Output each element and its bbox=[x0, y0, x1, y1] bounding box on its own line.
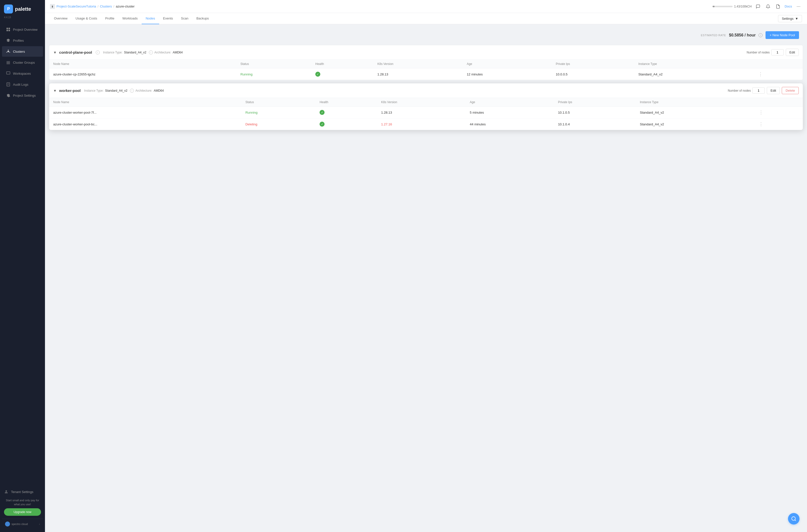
more-actions-icon[interactable]: ⋮ bbox=[759, 122, 764, 127]
svg-line-23 bbox=[795, 520, 796, 521]
estimated-rate-bar: ESTIMATED RATE $0.5856 / hour i + New No… bbox=[49, 28, 803, 42]
estimated-rate-value: $0.5856 / hour bbox=[729, 33, 756, 37]
node-status: Deleting bbox=[241, 118, 316, 130]
topbar: ▮ Project-ScaleSecureTutoria / Clusters … bbox=[45, 0, 807, 13]
sidebar-item-clusters[interactable]: Clusters bbox=[2, 46, 43, 57]
col-age: Age bbox=[463, 60, 552, 69]
svg-line-9 bbox=[9, 52, 10, 52]
worker-pool-delete-button[interactable]: Delete bbox=[782, 87, 799, 94]
node-count-input[interactable] bbox=[771, 49, 784, 55]
docs-link[interactable]: Docs bbox=[785, 4, 792, 8]
node-health: ✓ bbox=[316, 118, 377, 130]
more-options-icon[interactable] bbox=[795, 3, 802, 10]
tab-usage-costs[interactable]: Usage & Costs bbox=[72, 13, 101, 24]
docs-icon[interactable] bbox=[774, 3, 782, 10]
control-plane-edit-button[interactable]: Edit bbox=[786, 49, 799, 56]
breadcrumb-project-icon: ▮ bbox=[50, 4, 55, 9]
pool-instance-type: Instance Type: Standard_A4_v2 i Architec… bbox=[103, 51, 183, 54]
node-name: azure-cluster-cp-22655-tgchz bbox=[49, 69, 236, 80]
node-k8s-version: 1.27.16 bbox=[377, 118, 466, 130]
pool-info-icon[interactable]: i bbox=[96, 51, 100, 54]
breadcrumb-clusters[interactable]: Clusters bbox=[100, 4, 112, 8]
breadcrumb: ▮ Project-ScaleSecureTutoria / Clusters … bbox=[50, 4, 135, 9]
node-private-ips: 10.0.0.5 bbox=[552, 69, 635, 80]
worker-pool-header: ▼ worker-pool Instance Type: Standard_A4… bbox=[49, 83, 803, 98]
grid-icon bbox=[6, 27, 11, 32]
tenant-settings-label: Tenant Settings bbox=[11, 490, 34, 494]
col-actions bbox=[755, 98, 803, 107]
control-plane-pool-card: ▼ control-plane-pool i Instance Type: St… bbox=[49, 45, 803, 80]
settings-button[interactable]: Settings ▼ bbox=[778, 15, 802, 22]
tab-nodes[interactable]: Nodes bbox=[142, 13, 159, 24]
node-private-ips: 10.1.0.5 bbox=[554, 107, 636, 118]
sidebar-item-project-overview[interactable]: Project Overview bbox=[2, 24, 43, 35]
resource-bar-fill bbox=[713, 6, 715, 7]
col-status: Status bbox=[241, 98, 316, 107]
svg-point-22 bbox=[792, 517, 795, 520]
tab-workloads[interactable]: Workloads bbox=[118, 13, 142, 24]
col-status: Status bbox=[236, 60, 311, 69]
health-ok-icon: ✓ bbox=[320, 110, 324, 115]
tab-overview[interactable]: Overview bbox=[50, 13, 72, 24]
pool-collapse-icon[interactable]: ▼ bbox=[53, 89, 57, 93]
svg-rect-2 bbox=[6, 30, 8, 31]
node-actions[interactable]: ⋮ bbox=[755, 107, 803, 118]
tenant-settings-item[interactable]: Tenant Settings bbox=[2, 487, 43, 496]
sidebar-item-profiles[interactable]: Profiles bbox=[2, 35, 43, 46]
spectro-cloud-brand: spectro cloud bbox=[5, 521, 28, 527]
sidebar-bottom: Tenant Settings Start small and only pay… bbox=[0, 484, 45, 532]
svg-point-6 bbox=[10, 52, 10, 53]
instance-type-info-icon[interactable]: i bbox=[149, 51, 153, 54]
health-ok-icon: ✓ bbox=[320, 122, 324, 127]
collapse-icon[interactable]: ‹ bbox=[39, 522, 40, 526]
resource-usage: 1.43/100kCH bbox=[713, 5, 752, 8]
sidebar-item-audit-logs[interactable]: Audit Logs bbox=[2, 79, 43, 90]
node-instance-type: Standard_A4_v2 bbox=[636, 107, 755, 118]
main-panel: ▮ Project-ScaleSecureTutoria / Clusters … bbox=[45, 0, 807, 532]
more-actions-icon[interactable]: ⋮ bbox=[758, 72, 763, 77]
node-health: ✓ bbox=[311, 69, 373, 80]
col-actions bbox=[754, 60, 803, 69]
resource-value: 1.43/100kCH bbox=[734, 5, 752, 8]
sidebar-item-label: Profiles bbox=[13, 39, 24, 42]
worker-node-count-input[interactable] bbox=[752, 88, 765, 94]
node-actions[interactable]: ⋮ bbox=[755, 118, 803, 130]
node-name: azure-cluster-worker-pool-7f... bbox=[49, 107, 241, 118]
chat-bubble-button[interactable] bbox=[788, 513, 800, 525]
tab-profile[interactable]: Profile bbox=[101, 13, 118, 24]
chat-icon[interactable] bbox=[754, 3, 762, 10]
sidebar-item-label: Project Overview bbox=[13, 28, 37, 32]
svg-point-20 bbox=[798, 6, 799, 6]
worker-pool-edit-button[interactable]: Edit bbox=[767, 87, 780, 94]
tab-events[interactable]: Events bbox=[159, 13, 177, 24]
more-actions-icon[interactable]: ⋮ bbox=[759, 110, 764, 115]
node-age: 44 minutes bbox=[466, 118, 554, 130]
col-health: Health bbox=[316, 98, 377, 107]
svg-rect-11 bbox=[6, 61, 10, 62]
table-row: azure-cluster-cp-22655-tgchz Running ✓ 1… bbox=[49, 69, 803, 80]
node-actions[interactable]: ⋮ bbox=[754, 69, 803, 80]
pool-collapse-icon[interactable]: ▼ bbox=[53, 51, 57, 54]
tab-backups[interactable]: Backups bbox=[192, 13, 213, 24]
group-icon bbox=[6, 60, 11, 65]
sidebar-item-workspaces[interactable]: Workspaces bbox=[2, 68, 43, 79]
node-instance-type: Standard_A4_v2 bbox=[634, 69, 754, 80]
sidebar-item-project-settings[interactable]: Project Settings bbox=[2, 90, 43, 101]
control-plane-pool-name: control-plane-pool bbox=[59, 50, 92, 54]
notification-icon[interactable] bbox=[765, 3, 771, 10]
workspace-icon bbox=[6, 71, 11, 76]
instance-type-info-icon[interactable]: i bbox=[130, 89, 134, 93]
sidebar-item-cluster-groups[interactable]: Cluster Groups bbox=[2, 57, 43, 68]
new-node-pool-button[interactable]: + New Node Pool bbox=[766, 31, 799, 39]
breadcrumb-project[interactable]: Project-ScaleSecureTutoria bbox=[56, 4, 96, 8]
node-count-box: Number of nodes bbox=[728, 88, 765, 94]
tab-scan[interactable]: Scan bbox=[177, 13, 192, 24]
pool-instance-type: Instance Type: Standard_A4_v2 i Architec… bbox=[84, 89, 164, 93]
svg-rect-0 bbox=[6, 28, 8, 29]
node-count-box: Number of nodes bbox=[747, 49, 784, 55]
estimated-rate-info-icon[interactable]: i bbox=[758, 33, 763, 37]
col-age: Age bbox=[466, 98, 554, 107]
node-health: ✓ bbox=[316, 107, 377, 118]
col-instance-type: Instance Type bbox=[636, 98, 755, 107]
upgrade-button[interactable]: Upgrade now bbox=[4, 508, 41, 516]
